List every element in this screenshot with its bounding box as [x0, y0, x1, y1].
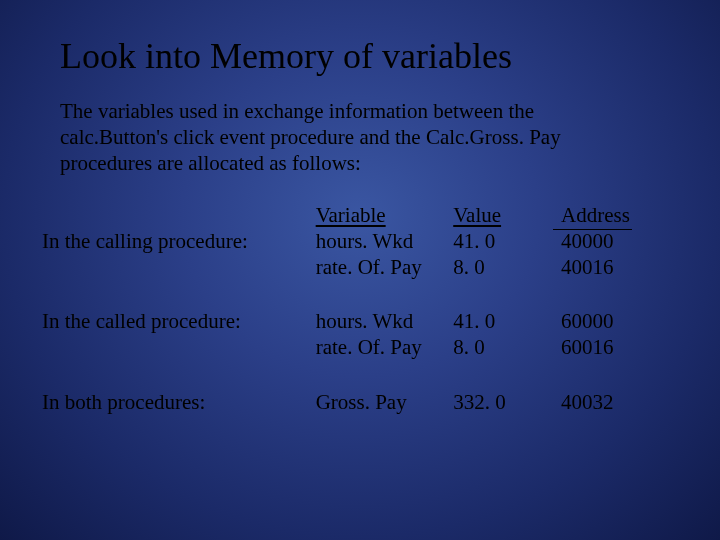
intro-paragraph: The variables used in exchange informati…	[60, 98, 640, 177]
row-variable: hours. Wkdrate. Of. Pay	[316, 308, 454, 389]
slide: Look into Memory of variables The variab…	[0, 0, 720, 540]
table-header-row: Variable Value Address	[42, 203, 660, 228]
row-value: 41. 08. 0	[453, 308, 561, 389]
header-address: Address	[561, 203, 630, 228]
row-variable: hours. Wkdrate. Of. Pay	[316, 228, 454, 309]
row-label: In both procedures:	[42, 389, 316, 415]
row-variable: Gross. Pay	[316, 389, 454, 415]
header-variable: Variable	[316, 203, 386, 227]
row-value: 332. 0	[453, 389, 561, 415]
table-row: In the called procedure: hours. Wkdrate.…	[42, 308, 660, 389]
row-label: In the calling procedure:	[42, 228, 316, 309]
row-address: 4000040016	[561, 228, 660, 309]
row-label: In the called procedure:	[42, 308, 316, 389]
memory-table: Variable Value Address In the calling pr…	[42, 203, 660, 415]
row-address: 40032	[561, 389, 660, 415]
table-row: In the calling procedure: hours. Wkdrate…	[42, 228, 660, 309]
slide-title: Look into Memory of variables	[60, 38, 660, 76]
row-address: 6000060016	[561, 308, 660, 389]
row-value: 41. 08. 0	[453, 228, 561, 309]
table-row: In both procedures: Gross. Pay 332. 0 40…	[42, 389, 660, 415]
header-value: Value	[453, 203, 501, 227]
